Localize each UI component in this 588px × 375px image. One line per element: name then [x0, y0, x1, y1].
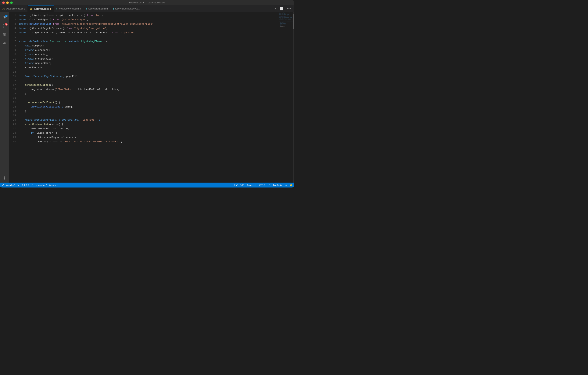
minimap: import { LightningElement, api, track, w…	[279, 12, 294, 183]
svg-point-2	[3, 24, 4, 25]
maximize-button[interactable]	[10, 1, 13, 4]
code-line	[19, 78, 279, 83]
code-lines: import { LightningElement, api, track, w…	[19, 13, 279, 183]
tab-reservationlist[interactable]: ◆ reservationList.html	[83, 5, 110, 12]
bell-item[interactable]: 🔔	[290, 184, 293, 186]
github-item[interactable]: ⊙ zaynelt	[49, 184, 58, 186]
code-line: @api sobject;	[19, 44, 279, 48]
spaces-label: Spaces: 4	[247, 184, 256, 186]
tab-label: reservationManagerCo…	[115, 7, 141, 10]
svg-rect-0	[3, 16, 4, 18]
tab-label: reservationList.html	[88, 7, 108, 10]
scrollbar[interactable]	[293, 12, 294, 183]
js-icon: JS	[2, 8, 5, 10]
tab-reservationmanager[interactable]: ◆ reservationManagerCo…	[110, 5, 143, 12]
activity-source-control[interactable]: 6	[1, 22, 8, 30]
smiley-item[interactable]: ☺	[285, 184, 287, 186]
code-line: @wire(CurrentPageReference) pageRef;	[19, 74, 279, 78]
code-line: import { registerListener, unregisterAll…	[19, 31, 279, 35]
html-icon: ◆	[113, 8, 114, 10]
code-line: @wire(getCustomerList, { sObjectType: '$…	[19, 118, 279, 122]
tab-weatherforecast[interactable]: JS weatherForecast.js	[0, 5, 28, 12]
status-left: ⎇ zt/weather* ↻ ⊗ 0 ⚠ 0 ☐ ↙ weather2 ⊙ z…	[1, 184, 58, 186]
spaces-item[interactable]: Spaces: 4	[247, 184, 256, 186]
code-line	[19, 35, 279, 39]
encoding-label: UTF-8	[259, 184, 265, 186]
line-ending-label: LF	[268, 184, 270, 186]
minimize-button[interactable]	[6, 1, 9, 4]
code-content: 12345 678910 1112131415 1617181920 21222…	[9, 12, 279, 183]
sync-item[interactable]: ↻	[17, 184, 19, 186]
tab-actions: ⇄ ⬜ •••	[273, 5, 294, 12]
main-layout: 1 6	[0, 12, 294, 183]
language-item[interactable]: JavaScript	[273, 184, 282, 186]
smiley-icon: ☺	[285, 184, 287, 186]
tab-weatherforecast-html[interactable]: ◆ weatherForecast.html	[54, 5, 83, 12]
git-branch-item[interactable]: ⎇ zt/weather*	[1, 184, 15, 186]
code-line: @track customers;	[19, 48, 279, 52]
code-line	[19, 70, 279, 74]
svg-point-3	[3, 27, 4, 27]
github-label: zaynelt	[52, 184, 58, 186]
sync-icon: ↻	[17, 184, 19, 186]
errors-item[interactable]: ⊗ 0 ⚠ 0	[21, 184, 29, 186]
code-line: if (value.error) {	[19, 131, 279, 135]
tab-customerlist[interactable]: JS customerList.js	[28, 5, 54, 12]
code-line: }	[19, 109, 279, 113]
warnings-label: ⚠ 0	[26, 184, 29, 186]
git-branch-icon: ⎇	[1, 184, 4, 186]
tab-label: weatherForecast.html	[59, 7, 81, 10]
code-line: connectedCallback() {	[19, 83, 279, 87]
html-icon: ◆	[85, 8, 87, 10]
encoding-item[interactable]: UTF-8	[259, 184, 265, 186]
tab-label: weatherForecast.js	[6, 7, 25, 10]
activity-explorer[interactable]: 1	[1, 14, 8, 22]
git-branch-label: zt/weather*	[5, 184, 15, 186]
activity-extensions[interactable]	[1, 31, 8, 38]
line-numbers: 12345 678910 1112131415 1617181920 21222…	[9, 13, 19, 183]
window-title: customerList.js — easy-spaces-lwc	[129, 1, 165, 4]
bell-icon: 🔔	[290, 184, 293, 186]
code-line: this.wiredRecords = value;	[19, 126, 279, 131]
code-line	[19, 113, 279, 118]
code-editor[interactable]: 12345 678910 1112131415 1617181920 21222…	[9, 12, 279, 183]
git-icon2: ↙	[36, 184, 37, 186]
tab-bar: JS weatherForecast.js JS customerList.js…	[0, 5, 294, 12]
code-line: import getCustomerList from '@salesforce…	[19, 22, 279, 26]
code-line: import { refreshApex } from '@salesforce…	[19, 17, 279, 22]
errors-label: ⊗ 0	[21, 184, 25, 186]
code-line: import { LightningElement, api, track, w…	[19, 13, 279, 17]
code-line: registerListener('flowfinish', this.hand…	[19, 87, 279, 92]
scrollbar-thumb[interactable]	[293, 14, 294, 29]
code-line: export default class CustomerList extend…	[19, 39, 279, 44]
code-line: @track showDetails;	[19, 57, 279, 61]
code-line	[19, 96, 279, 100]
close-button[interactable]	[2, 1, 5, 4]
git-branch2-item[interactable]: ↙ weather2	[36, 184, 47, 186]
code-line: @track msgForUser;	[19, 61, 279, 66]
remote-item[interactable]: ☐	[32, 184, 33, 186]
split-editor-button[interactable]: ⇄	[274, 6, 277, 11]
code-line: this.msgForUser = 'There was an issue lo…	[19, 140, 279, 144]
activity-test[interactable]	[1, 39, 8, 46]
code-line: @track errorMsg;	[19, 52, 279, 57]
remote-icon: ☐	[32, 184, 33, 186]
language-label: JavaScript	[273, 184, 282, 186]
code-line: disconnectedCallback() {	[19, 100, 279, 105]
traffic-lights	[2, 1, 13, 4]
line-ending-item[interactable]: LF	[268, 184, 270, 186]
activity-settings[interactable]	[1, 175, 8, 183]
js-icon: JS	[30, 8, 32, 10]
toggle-panel-button[interactable]: ⬜	[279, 6, 284, 11]
source-control-badge: 6	[5, 23, 8, 26]
svg-point-10	[4, 177, 5, 179]
code-line: import { CurrentPageReference } from 'li…	[19, 26, 279, 31]
position-item[interactable]: Ln 1, Col 1	[234, 184, 244, 186]
modified-indicator	[50, 8, 51, 10]
more-actions-button[interactable]: •••	[285, 7, 293, 11]
code-line: wiredRecords;	[19, 66, 279, 70]
title-bar: customerList.js — easy-spaces-lwc	[0, 0, 294, 5]
svg-point-9	[4, 43, 5, 44]
code-line: wiredCustomerData(value) {	[19, 122, 279, 126]
minimap-content: import { LightningElement, api, track, w…	[279, 12, 294, 183]
